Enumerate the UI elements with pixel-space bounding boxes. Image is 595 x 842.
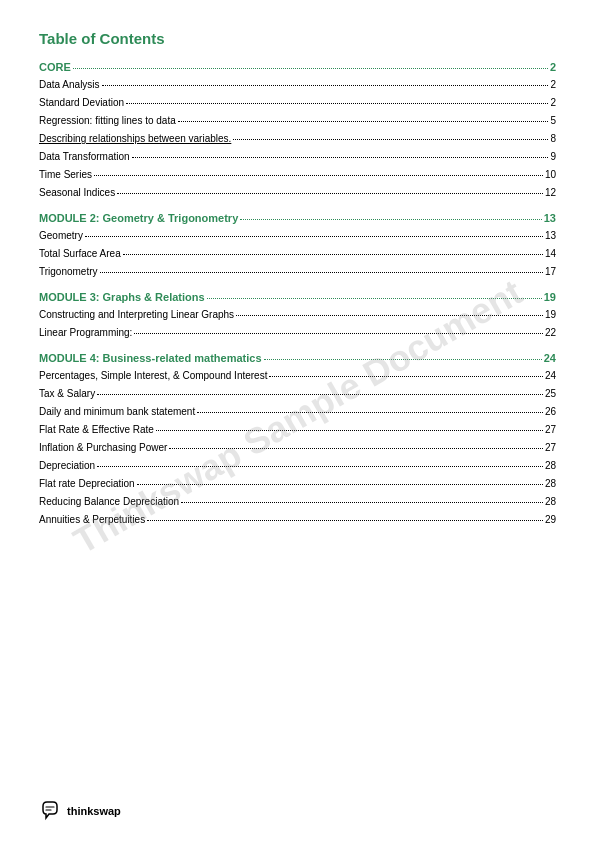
module3-dots (207, 298, 542, 299)
entry-text: Trigonometry (39, 264, 98, 279)
entry-text: Inflation & Purchasing Power (39, 440, 167, 455)
module4-page: 24 (544, 352, 556, 364)
list-item: Flat Rate & Effective Rate 27 (39, 422, 556, 437)
entry-text: Daily and minimum bank statement (39, 404, 195, 419)
entry-text: Constructing and Interpreting Linear Gra… (39, 307, 234, 322)
dots (126, 103, 548, 104)
entry-text: Seasonal Indices (39, 185, 115, 200)
module2-page: 13 (544, 212, 556, 224)
entry-text: Time Series (39, 167, 92, 182)
list-item: Data Analysis 2 (39, 77, 556, 92)
module4-dots (264, 359, 542, 360)
page-num: 24 (545, 368, 556, 383)
page-num: 13 (545, 228, 556, 243)
entry-text: Linear Programming: (39, 325, 132, 340)
entry-text: Annuities & Perpetuities (39, 512, 145, 527)
dots (102, 85, 549, 86)
module3-page: 19 (544, 291, 556, 303)
list-item: Constructing and Interpreting Linear Gra… (39, 307, 556, 322)
list-item: Data Transformation 9 (39, 149, 556, 164)
page-num: 29 (545, 512, 556, 527)
module2-label: MODULE 2: Geometry & Trigonometry (39, 212, 238, 224)
page-num: 27 (545, 440, 556, 455)
entry-text: Flat rate Depreciation (39, 476, 135, 491)
list-item: Annuities & Perpetuities 29 (39, 512, 556, 527)
page-num: 27 (545, 422, 556, 437)
entry-text: Geometry (39, 228, 83, 243)
entry-text: Describing relationships between variabl… (39, 131, 231, 146)
list-item: Time Series 10 (39, 167, 556, 182)
entry-text: Tax & Salary (39, 386, 95, 401)
page-num: 28 (545, 494, 556, 509)
page-num: 12 (545, 185, 556, 200)
dots (181, 502, 543, 503)
dots (147, 520, 543, 521)
footer: thinkswap (39, 800, 121, 822)
core-header: CORE 2 (39, 61, 556, 73)
module4-header: MODULE 4: Business-related mathematics 2… (39, 352, 556, 364)
dots (132, 157, 549, 158)
dots (269, 376, 542, 377)
dots (233, 139, 548, 140)
list-item: Percentages, Simple Interest, & Compound… (39, 368, 556, 383)
module3-label: MODULE 3: Graphs & Relations (39, 291, 205, 303)
dots (97, 394, 543, 395)
module2-entries: Geometry 13 Total Surface Area 14 Trigon… (39, 228, 556, 279)
module3-header: MODULE 3: Graphs & Relations 19 (39, 291, 556, 303)
dots (178, 121, 549, 122)
dots (123, 254, 543, 255)
dots (169, 448, 542, 449)
dots (137, 484, 543, 485)
entry-text: Data Transformation (39, 149, 130, 164)
page-num: 2 (550, 77, 556, 92)
page-num: 9 (550, 149, 556, 164)
page-num: 17 (545, 264, 556, 279)
list-item: Describing relationships between variabl… (39, 131, 556, 146)
dots (85, 236, 543, 237)
module2-dots (240, 219, 541, 220)
page-num: 28 (545, 458, 556, 473)
entry-text: Percentages, Simple Interest, & Compound… (39, 368, 267, 383)
core-page: 2 (550, 61, 556, 73)
dots (156, 430, 543, 431)
page-num: 22 (545, 325, 556, 340)
page-num: 10 (545, 167, 556, 182)
page-num: 25 (545, 386, 556, 401)
core-dots (73, 68, 548, 69)
entry-text: Standard Deviation (39, 95, 124, 110)
module4-label: MODULE 4: Business-related mathematics (39, 352, 262, 364)
entry-text: Depreciation (39, 458, 95, 473)
page-num: 5 (550, 113, 556, 128)
entry-text: Regression: fitting lines to data (39, 113, 176, 128)
list-item: Depreciation 28 (39, 458, 556, 473)
page-num: 8 (550, 131, 556, 146)
list-item: Trigonometry 17 (39, 264, 556, 279)
page-num: 2 (550, 95, 556, 110)
dots (97, 466, 543, 467)
list-item: Regression: fitting lines to data 5 (39, 113, 556, 128)
dots (100, 272, 543, 273)
list-item: Standard Deviation 2 (39, 95, 556, 110)
entry-text: Flat Rate & Effective Rate (39, 422, 154, 437)
module2-header: MODULE 2: Geometry & Trigonometry 13 (39, 212, 556, 224)
page-num: 28 (545, 476, 556, 491)
toc-title: Table of Contents (39, 30, 556, 47)
list-item: Linear Programming: 22 (39, 325, 556, 340)
page-num: 19 (545, 307, 556, 322)
page-num: 26 (545, 404, 556, 419)
list-item: Reducing Balance Depreciation 28 (39, 494, 556, 509)
core-label: CORE (39, 61, 71, 73)
list-item: Tax & Salary 25 (39, 386, 556, 401)
list-item: Seasonal Indices 12 (39, 185, 556, 200)
dots (236, 315, 543, 316)
dots (134, 333, 543, 334)
module4-entries: Percentages, Simple Interest, & Compound… (39, 368, 556, 527)
page-num: 14 (545, 246, 556, 261)
entry-text: Total Surface Area (39, 246, 121, 261)
footer-brand-label: thinkswap (67, 805, 121, 817)
dots (94, 175, 543, 176)
list-item: Daily and minimum bank statement 26 (39, 404, 556, 419)
entry-text: Data Analysis (39, 77, 100, 92)
page: Thinkswap Sample Document Table of Conte… (0, 0, 595, 842)
core-entries: Data Analysis 2 Standard Deviation 2 Reg… (39, 77, 556, 200)
